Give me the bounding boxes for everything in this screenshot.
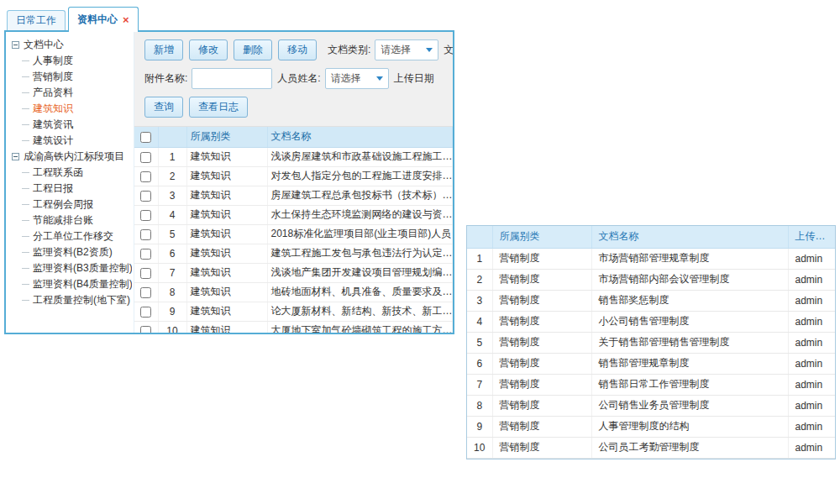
doc-table-body: 1建筑知识浅谈房屋建筑和市政基础设施工程施工…2建筑知识对发包人指定分包的工程施… xyxy=(134,147,453,333)
doc-table-row[interactable]: 5建筑知识2018标准化监理项目部(业主项目部)人员… xyxy=(134,224,453,244)
row-checkbox[interactable] xyxy=(140,171,151,182)
row-category: 营销制度 xyxy=(492,374,591,395)
checkbox-cell xyxy=(134,166,158,186)
row-number: 9 xyxy=(467,416,492,437)
tree-item[interactable]: 成渝高铁内江标段项目 xyxy=(12,149,132,165)
tree-item-label: 工程日报 xyxy=(33,182,73,194)
tree-item-label: 人事制度 xyxy=(33,55,73,66)
add-button[interactable]: 新增 xyxy=(144,39,183,60)
row-checkbox[interactable] xyxy=(140,249,151,260)
row-number: 9 xyxy=(158,302,186,321)
tree-item[interactable]: 工程日报 xyxy=(12,181,132,197)
tree-item[interactable]: 建筑资讯 xyxy=(12,117,132,133)
tree-item[interactable]: 人事制度 xyxy=(12,53,132,69)
move-button[interactable]: 移动 xyxy=(278,39,317,60)
tree-item[interactable]: 文档中心 xyxy=(12,37,132,53)
select-all-checkbox[interactable] xyxy=(140,132,151,143)
row-checkbox[interactable] xyxy=(140,229,151,240)
row-category: 建筑知识 xyxy=(186,302,267,321)
tree-item[interactable]: 工程联系函 xyxy=(12,165,132,181)
row-doc-name: 大厦地下室加气砼墙砌筑工程的施工方… xyxy=(267,321,453,333)
row-checkbox[interactable] xyxy=(140,326,151,333)
query-button[interactable]: 查询 xyxy=(144,97,183,118)
row-doc-name: 地砖地面材料、机具准备、质量要求及… xyxy=(267,282,453,302)
row-category: 建筑知识 xyxy=(186,282,267,302)
result-table-body: 1营销制度市场营销部管理规章制度admin2营销制度市场营销部内部会议管理制度a… xyxy=(467,248,835,458)
doc-table-row[interactable]: 4建筑知识水土保持生态环境监测网络的建设与资… xyxy=(134,205,453,224)
row-checkbox[interactable] xyxy=(140,307,151,318)
row-number: 3 xyxy=(467,290,492,311)
row-number: 1 xyxy=(158,147,186,166)
row-doc-name: 销售部奖惩制度 xyxy=(591,290,788,311)
row-doc-name: 浅谈房屋建筑和市政基础设施工程施工… xyxy=(267,147,453,166)
row-number: 2 xyxy=(467,269,492,290)
view-log-button[interactable]: 查看日志 xyxy=(189,97,248,118)
tree-item[interactable]: 建筑知识 xyxy=(12,101,132,117)
result-table-row[interactable]: 5营销制度关于销售部管理销售管理制度admin xyxy=(467,332,835,353)
tab-bar: 日常工作资料中心× xyxy=(4,7,454,30)
row-number: 1 xyxy=(467,248,492,269)
doc-table-row[interactable]: 1建筑知识浅谈房屋建筑和市政基础设施工程施工… xyxy=(134,147,453,166)
result-table-row[interactable]: 1营销制度市场营销部管理规章制度admin xyxy=(467,248,835,269)
result-table-row[interactable]: 4营销制度小公司销售管理制度admin xyxy=(467,311,835,332)
tree-item[interactable]: 工程例会周报 xyxy=(12,197,132,213)
row-doc-name: 对发包人指定分包的工程施工进度安排… xyxy=(267,166,453,186)
result-table-row[interactable]: 8营销制度公司销售业务员管理制度admin xyxy=(467,395,835,416)
tab-data-center[interactable]: 资料中心× xyxy=(68,7,139,32)
category-column-header: 所属别类 xyxy=(186,127,267,147)
row-number: 3 xyxy=(158,186,186,205)
doc-table-row[interactable]: 2建筑知识对发包人指定分包的工程施工进度安排… xyxy=(134,166,453,186)
result-table: 所属别类 文档名称 上传… 1营销制度市场营销部管理规章制度admin2营销制度… xyxy=(466,225,836,459)
result-table-row[interactable]: 10营销制度公司员工考勤管理制度admin xyxy=(467,437,835,458)
tree-item-label: 工程例会周报 xyxy=(33,198,93,210)
tree-item[interactable]: 节能减排台账 xyxy=(12,213,132,228)
tree-item[interactable]: 监理资料(B4质量控制) xyxy=(12,276,132,292)
doc-table-row[interactable]: 9建筑知识论大厦新材料、新结构、新技术、新工… xyxy=(134,302,453,321)
tree-item[interactable]: 分工单位工作移交 xyxy=(12,228,132,244)
tree-item[interactable]: 工程质量控制(地下室) xyxy=(12,292,132,308)
doc-table-row[interactable]: 8建筑知识地砖地面材料、机具准备、质量要求及… xyxy=(134,282,453,302)
doc-table-row[interactable]: 7建筑知识浅谈地产集团开发建设项目管理规划编… xyxy=(134,263,453,282)
result-table-row[interactable]: 9营销制度人事管理制度的结构admin xyxy=(467,416,835,437)
tree-item[interactable]: 监理资料(B3质量控制) xyxy=(12,260,132,276)
person-select[interactable]: 请选择 xyxy=(325,68,389,89)
tree-item-label: 成渝高铁内江标段项目 xyxy=(24,150,124,162)
result-table-row[interactable]: 2营销制度市场营销部内部会议管理制度admin xyxy=(467,269,835,290)
modify-button[interactable]: 修改 xyxy=(189,39,228,60)
tree-item[interactable]: 产品资料 xyxy=(12,85,132,101)
row-uploader: admin xyxy=(788,416,835,437)
result-table-row[interactable]: 7营销制度销售部日常工作管理制度admin xyxy=(467,374,835,395)
doc-table-row[interactable]: 10建筑知识大厦地下室加气砼墙砌筑工程的施工方… xyxy=(134,321,453,333)
row-category: 营销制度 xyxy=(492,353,591,374)
toolbar-row-filters: 附件名称: 人员姓名: 请选择 上传日期 xyxy=(144,68,453,89)
delete-button[interactable]: 删除 xyxy=(234,39,272,60)
tab-daily-work[interactable]: 日常工作 xyxy=(7,10,66,30)
result-table-row[interactable]: 3营销制度销售部奖惩制度admin xyxy=(467,290,835,311)
doc-table-row[interactable]: 6建筑知识建筑工程施工发包与承包违法行为认定… xyxy=(134,244,453,263)
category-select[interactable]: 请选择 xyxy=(375,39,438,60)
collapse-icon[interactable] xyxy=(12,41,19,49)
row-uploader: admin xyxy=(788,290,835,311)
row-checkbox[interactable] xyxy=(140,287,151,298)
attachment-label: 附件名称: xyxy=(144,71,187,86)
attachment-input[interactable] xyxy=(192,68,272,89)
row-number: 7 xyxy=(158,263,186,282)
category-column-header: 所属别类 xyxy=(492,226,591,248)
row-doc-name: 公司员工考勤管理制度 xyxy=(591,437,788,458)
tree-item[interactable]: 建筑设计 xyxy=(12,133,132,149)
doc-table-row[interactable]: 3建筑知识房屋建筑工程总承包投标书（技术标）… xyxy=(134,186,453,205)
row-checkbox[interactable] xyxy=(140,191,151,202)
result-table-row[interactable]: 6营销制度销售部管理规章制度admin xyxy=(467,353,835,374)
tab-close-icon[interactable]: × xyxy=(123,14,129,25)
category-select-value: 请选择 xyxy=(381,43,411,57)
row-checkbox[interactable] xyxy=(140,268,151,279)
row-category: 建筑知识 xyxy=(186,263,267,282)
toolbar-row-actions: 新增 修改 删除 移动 文档类别: 请选择 文档 xyxy=(144,39,453,60)
tree-item[interactable]: 营销制度 xyxy=(12,69,132,85)
row-checkbox[interactable] xyxy=(140,210,151,221)
row-checkbox[interactable] xyxy=(140,152,151,163)
tree-item[interactable]: 监理资料(B2资质) xyxy=(12,244,132,260)
row-number: 4 xyxy=(467,311,492,332)
collapse-icon[interactable] xyxy=(12,153,19,160)
row-number: 7 xyxy=(467,374,492,395)
